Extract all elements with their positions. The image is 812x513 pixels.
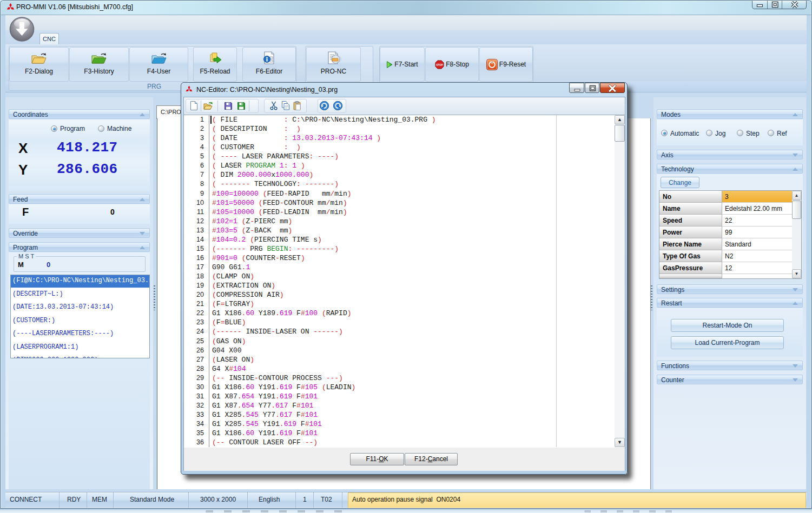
svg-text:STOP: STOP [436, 64, 443, 66]
